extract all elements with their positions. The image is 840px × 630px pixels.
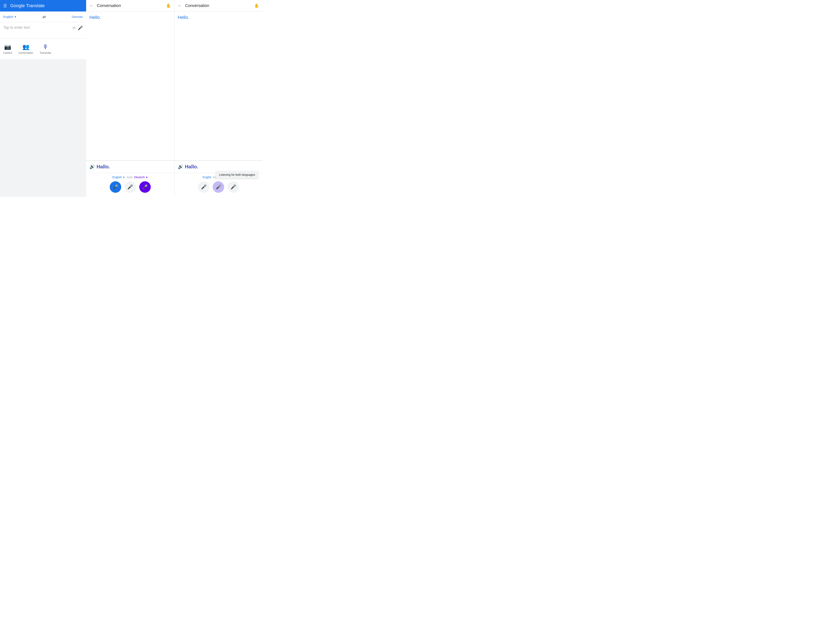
english-lang-button-right[interactable]: Englist bbox=[203, 175, 211, 179]
conv-title-left: Conversation bbox=[97, 3, 163, 8]
mic-row-right: 🎤 🎤 🎤 bbox=[198, 181, 239, 193]
tools-row: 📷 Camera 👥 Conversation 🎙 Transcribe bbox=[0, 39, 86, 59]
right-panel: ← Conversation ✋ ← Conversation ✋ Hello.… bbox=[86, 0, 262, 197]
hallo-message-right: Hallo. bbox=[185, 164, 198, 170]
tooltip-text: Listening for both languages bbox=[219, 173, 255, 176]
lang-select-row-left: English ▼ Auto Deutsch ▼ bbox=[112, 175, 148, 179]
hello-message-left: Hello. bbox=[89, 15, 171, 20]
hallo-message-left: Hallo. bbox=[96, 164, 110, 170]
col-right-messages: Hello. bbox=[175, 11, 263, 160]
google-text: Google bbox=[10, 3, 25, 8]
deutsch-lang-button[interactable]: Deutsch ▼ bbox=[134, 175, 148, 179]
camera-tool[interactable]: 📷 Camera bbox=[3, 43, 12, 54]
camera-icon: 📷 bbox=[4, 43, 11, 50]
deutsch-label: Deutsch bbox=[134, 175, 145, 179]
mic-button-active-right[interactable]: 🎤 bbox=[213, 181, 224, 193]
conversation-content: Hello. 🔊 Hallo. Hello. 🔊 Hallo. bbox=[86, 11, 262, 173]
pencil-icon[interactable]: ✏ bbox=[73, 25, 76, 30]
text-input-area[interactable]: Tap to enter text ✏ 🎤 bbox=[0, 22, 86, 39]
conversation-tool[interactable]: 👥 Conversation bbox=[19, 43, 33, 54]
conversation-label: Conversation bbox=[19, 52, 33, 54]
bottom-right-controls: Englist Auto Deutsch ▼ 🎤 🎤 🎤 Listening f… bbox=[175, 173, 263, 197]
col-left-hallo: 🔊 Hallo. bbox=[86, 160, 174, 173]
col-left-messages: Hello. bbox=[86, 11, 174, 160]
mic-row-left: 🎤 🎤 🎤 bbox=[110, 181, 151, 193]
left-panel: English ▼ ⇄ German Tap to enter text ✏ 🎤… bbox=[0, 0, 86, 197]
bottom-controls: English ▼ Auto Deutsch ▼ 🎤 🎤 🎤 Englist bbox=[86, 173, 262, 197]
transcribe-label: Transcribe bbox=[39, 52, 51, 54]
target-language-label: German bbox=[72, 15, 83, 19]
conv-col-right: Hello. 🔊 Hallo. bbox=[175, 11, 263, 173]
conv-title-right: Conversation bbox=[185, 3, 251, 8]
left-bottom-area bbox=[0, 59, 86, 197]
back-icon-left[interactable]: ← bbox=[89, 3, 93, 8]
camera-label: Camera bbox=[3, 52, 12, 54]
english-label: English bbox=[112, 175, 122, 179]
mic-button-english[interactable]: 🎤 bbox=[110, 181, 121, 193]
swap-languages-button[interactable]: ⇄ bbox=[43, 14, 46, 19]
conversation-headers: ← Conversation ✋ ← Conversation ✋ bbox=[86, 0, 262, 11]
english-lang-button[interactable]: English ▼ bbox=[112, 175, 125, 179]
target-language-button[interactable]: German bbox=[72, 15, 83, 19]
bottom-left-controls: English ▼ Auto Deutsch ▼ 🎤 🎤 🎤 bbox=[86, 173, 175, 197]
input-placeholder: Tap to enter text bbox=[3, 25, 71, 30]
source-language-button[interactable]: English ▼ bbox=[3, 15, 17, 19]
hamburger-menu-icon[interactable]: ☰ bbox=[3, 3, 7, 8]
conv-header-left: ← Conversation ✋ bbox=[86, 0, 175, 11]
hello-message-right: Hello. bbox=[178, 15, 259, 20]
speaker-icon-right[interactable]: 🔊 bbox=[178, 164, 183, 169]
speaker-icon-left[interactable]: 🔊 bbox=[89, 164, 95, 169]
mic-button-inactive-right2[interactable]: 🎤 bbox=[227, 181, 239, 193]
english-label-right: Englist bbox=[203, 175, 211, 179]
listening-tooltip: Listening for both languages bbox=[216, 171, 258, 178]
conv-col-left: Hello. 🔊 Hallo. bbox=[86, 11, 175, 173]
conv-header-right: ← Conversation ✋ bbox=[175, 0, 263, 11]
mic-button-inactive-right[interactable]: 🎤 bbox=[198, 181, 209, 193]
hand-icon-right[interactable]: ✋ bbox=[254, 3, 259, 8]
app-logo: Google Translate bbox=[10, 3, 45, 8]
mic-button-deutsch[interactable]: 🎤 bbox=[139, 181, 151, 193]
hand-icon-left[interactable]: ✋ bbox=[166, 3, 171, 8]
mic-button-auto-left[interactable]: 🎤 bbox=[125, 181, 136, 193]
english-chevron-icon: ▼ bbox=[123, 176, 125, 179]
back-icon-right[interactable]: ← bbox=[178, 3, 182, 8]
source-language-label: English bbox=[3, 15, 13, 19]
app-header: ☰ Google Translate bbox=[0, 0, 86, 11]
translate-text: Translate bbox=[26, 3, 45, 8]
transcribe-icon: 🎙 bbox=[43, 43, 48, 50]
auto-label-left: Auto bbox=[127, 175, 133, 179]
transcribe-tool[interactable]: 🎙 Transcribe bbox=[39, 43, 51, 54]
language-bar: English ▼ ⇄ German bbox=[0, 11, 86, 22]
source-lang-chevron-icon: ▼ bbox=[14, 16, 17, 18]
microphone-small-icon[interactable]: 🎤 bbox=[78, 25, 83, 30]
deutsch-chevron-icon: ▼ bbox=[145, 176, 148, 179]
conversation-icon: 👥 bbox=[22, 43, 30, 50]
